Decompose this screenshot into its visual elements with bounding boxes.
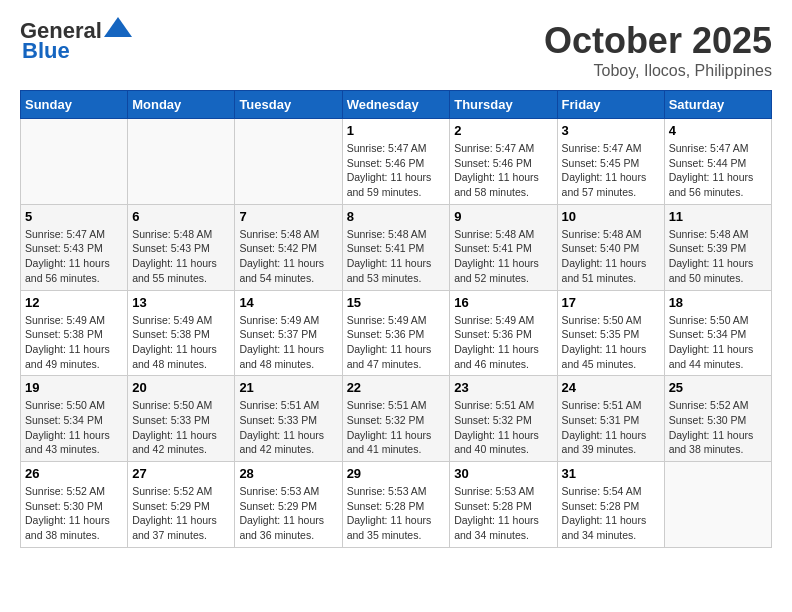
day-number: 21 <box>239 380 337 395</box>
calendar-body: 1Sunrise: 5:47 AM Sunset: 5:46 PM Daylig… <box>21 119 772 548</box>
calendar-cell: 12Sunrise: 5:49 AM Sunset: 5:38 PM Dayli… <box>21 290 128 376</box>
logo-icon <box>104 17 132 37</box>
calendar-header-saturday: Saturday <box>664 91 771 119</box>
month-title: October 2025 <box>544 20 772 62</box>
calendar-week-row: 12Sunrise: 5:49 AM Sunset: 5:38 PM Dayli… <box>21 290 772 376</box>
calendar-cell <box>128 119 235 205</box>
calendar-cell: 19Sunrise: 5:50 AM Sunset: 5:34 PM Dayli… <box>21 376 128 462</box>
day-number: 26 <box>25 466 123 481</box>
day-number: 28 <box>239 466 337 481</box>
calendar-cell: 22Sunrise: 5:51 AM Sunset: 5:32 PM Dayli… <box>342 376 450 462</box>
day-number: 20 <box>132 380 230 395</box>
logo-blue-text: Blue <box>22 38 70 64</box>
calendar-header-tuesday: Tuesday <box>235 91 342 119</box>
day-number: 11 <box>669 209 767 224</box>
calendar-cell: 28Sunrise: 5:53 AM Sunset: 5:29 PM Dayli… <box>235 462 342 548</box>
cell-info: Sunrise: 5:50 AM Sunset: 5:35 PM Dayligh… <box>562 313 660 372</box>
calendar-cell: 9Sunrise: 5:48 AM Sunset: 5:41 PM Daylig… <box>450 204 557 290</box>
cell-info: Sunrise: 5:51 AM Sunset: 5:32 PM Dayligh… <box>347 398 446 457</box>
calendar-cell <box>664 462 771 548</box>
calendar-cell <box>21 119 128 205</box>
cell-info: Sunrise: 5:53 AM Sunset: 5:29 PM Dayligh… <box>239 484 337 543</box>
title-area: October 2025 Toboy, Ilocos, Philippines <box>544 20 772 80</box>
day-number: 31 <box>562 466 660 481</box>
calendar-cell: 3Sunrise: 5:47 AM Sunset: 5:45 PM Daylig… <box>557 119 664 205</box>
day-number: 23 <box>454 380 552 395</box>
calendar-week-row: 1Sunrise: 5:47 AM Sunset: 5:46 PM Daylig… <box>21 119 772 205</box>
day-number: 4 <box>669 123 767 138</box>
calendar-table: SundayMondayTuesdayWednesdayThursdayFrid… <box>20 90 772 548</box>
cell-info: Sunrise: 5:52 AM Sunset: 5:30 PM Dayligh… <box>669 398 767 457</box>
calendar-cell: 6Sunrise: 5:48 AM Sunset: 5:43 PM Daylig… <box>128 204 235 290</box>
calendar-cell: 23Sunrise: 5:51 AM Sunset: 5:32 PM Dayli… <box>450 376 557 462</box>
page-header: General Blue October 2025 Toboy, Ilocos,… <box>20 20 772 80</box>
calendar-cell: 21Sunrise: 5:51 AM Sunset: 5:33 PM Dayli… <box>235 376 342 462</box>
calendar-header-monday: Monday <box>128 91 235 119</box>
cell-info: Sunrise: 5:50 AM Sunset: 5:34 PM Dayligh… <box>25 398 123 457</box>
cell-info: Sunrise: 5:50 AM Sunset: 5:34 PM Dayligh… <box>669 313 767 372</box>
calendar-cell: 29Sunrise: 5:53 AM Sunset: 5:28 PM Dayli… <box>342 462 450 548</box>
day-number: 8 <box>347 209 446 224</box>
calendar-cell: 5Sunrise: 5:47 AM Sunset: 5:43 PM Daylig… <box>21 204 128 290</box>
calendar-week-row: 5Sunrise: 5:47 AM Sunset: 5:43 PM Daylig… <box>21 204 772 290</box>
day-number: 17 <box>562 295 660 310</box>
cell-info: Sunrise: 5:49 AM Sunset: 5:38 PM Dayligh… <box>132 313 230 372</box>
calendar-header-thursday: Thursday <box>450 91 557 119</box>
calendar-cell: 31Sunrise: 5:54 AM Sunset: 5:28 PM Dayli… <box>557 462 664 548</box>
day-number: 7 <box>239 209 337 224</box>
day-number: 18 <box>669 295 767 310</box>
calendar-cell: 26Sunrise: 5:52 AM Sunset: 5:30 PM Dayli… <box>21 462 128 548</box>
calendar-cell: 4Sunrise: 5:47 AM Sunset: 5:44 PM Daylig… <box>664 119 771 205</box>
cell-info: Sunrise: 5:51 AM Sunset: 5:33 PM Dayligh… <box>239 398 337 457</box>
cell-info: Sunrise: 5:49 AM Sunset: 5:37 PM Dayligh… <box>239 313 337 372</box>
calendar-header-row: SundayMondayTuesdayWednesdayThursdayFrid… <box>21 91 772 119</box>
day-number: 6 <box>132 209 230 224</box>
logo: General Blue <box>20 20 132 64</box>
day-number: 14 <box>239 295 337 310</box>
cell-info: Sunrise: 5:53 AM Sunset: 5:28 PM Dayligh… <box>454 484 552 543</box>
svg-marker-0 <box>104 17 132 37</box>
calendar-header-friday: Friday <box>557 91 664 119</box>
cell-info: Sunrise: 5:47 AM Sunset: 5:46 PM Dayligh… <box>454 141 552 200</box>
cell-info: Sunrise: 5:49 AM Sunset: 5:38 PM Dayligh… <box>25 313 123 372</box>
calendar-cell: 17Sunrise: 5:50 AM Sunset: 5:35 PM Dayli… <box>557 290 664 376</box>
calendar-cell: 14Sunrise: 5:49 AM Sunset: 5:37 PM Dayli… <box>235 290 342 376</box>
day-number: 12 <box>25 295 123 310</box>
cell-info: Sunrise: 5:48 AM Sunset: 5:42 PM Dayligh… <box>239 227 337 286</box>
calendar-header-sunday: Sunday <box>21 91 128 119</box>
calendar-cell: 27Sunrise: 5:52 AM Sunset: 5:29 PM Dayli… <box>128 462 235 548</box>
day-number: 13 <box>132 295 230 310</box>
calendar-cell <box>235 119 342 205</box>
day-number: 1 <box>347 123 446 138</box>
calendar-cell: 18Sunrise: 5:50 AM Sunset: 5:34 PM Dayli… <box>664 290 771 376</box>
day-number: 24 <box>562 380 660 395</box>
cell-info: Sunrise: 5:47 AM Sunset: 5:46 PM Dayligh… <box>347 141 446 200</box>
day-number: 22 <box>347 380 446 395</box>
day-number: 2 <box>454 123 552 138</box>
cell-info: Sunrise: 5:48 AM Sunset: 5:41 PM Dayligh… <box>454 227 552 286</box>
day-number: 3 <box>562 123 660 138</box>
cell-info: Sunrise: 5:47 AM Sunset: 5:45 PM Dayligh… <box>562 141 660 200</box>
calendar-cell: 15Sunrise: 5:49 AM Sunset: 5:36 PM Dayli… <box>342 290 450 376</box>
calendar-cell: 24Sunrise: 5:51 AM Sunset: 5:31 PM Dayli… <box>557 376 664 462</box>
day-number: 27 <box>132 466 230 481</box>
cell-info: Sunrise: 5:52 AM Sunset: 5:30 PM Dayligh… <box>25 484 123 543</box>
cell-info: Sunrise: 5:53 AM Sunset: 5:28 PM Dayligh… <box>347 484 446 543</box>
day-number: 5 <box>25 209 123 224</box>
day-number: 16 <box>454 295 552 310</box>
cell-info: Sunrise: 5:54 AM Sunset: 5:28 PM Dayligh… <box>562 484 660 543</box>
cell-info: Sunrise: 5:48 AM Sunset: 5:43 PM Dayligh… <box>132 227 230 286</box>
calendar-header-wednesday: Wednesday <box>342 91 450 119</box>
cell-info: Sunrise: 5:49 AM Sunset: 5:36 PM Dayligh… <box>347 313 446 372</box>
cell-info: Sunrise: 5:48 AM Sunset: 5:40 PM Dayligh… <box>562 227 660 286</box>
day-number: 25 <box>669 380 767 395</box>
cell-info: Sunrise: 5:48 AM Sunset: 5:39 PM Dayligh… <box>669 227 767 286</box>
cell-info: Sunrise: 5:50 AM Sunset: 5:33 PM Dayligh… <box>132 398 230 457</box>
day-number: 30 <box>454 466 552 481</box>
cell-info: Sunrise: 5:47 AM Sunset: 5:44 PM Dayligh… <box>669 141 767 200</box>
calendar-cell: 20Sunrise: 5:50 AM Sunset: 5:33 PM Dayli… <box>128 376 235 462</box>
cell-info: Sunrise: 5:52 AM Sunset: 5:29 PM Dayligh… <box>132 484 230 543</box>
calendar-cell: 25Sunrise: 5:52 AM Sunset: 5:30 PM Dayli… <box>664 376 771 462</box>
calendar-week-row: 19Sunrise: 5:50 AM Sunset: 5:34 PM Dayli… <box>21 376 772 462</box>
day-number: 29 <box>347 466 446 481</box>
